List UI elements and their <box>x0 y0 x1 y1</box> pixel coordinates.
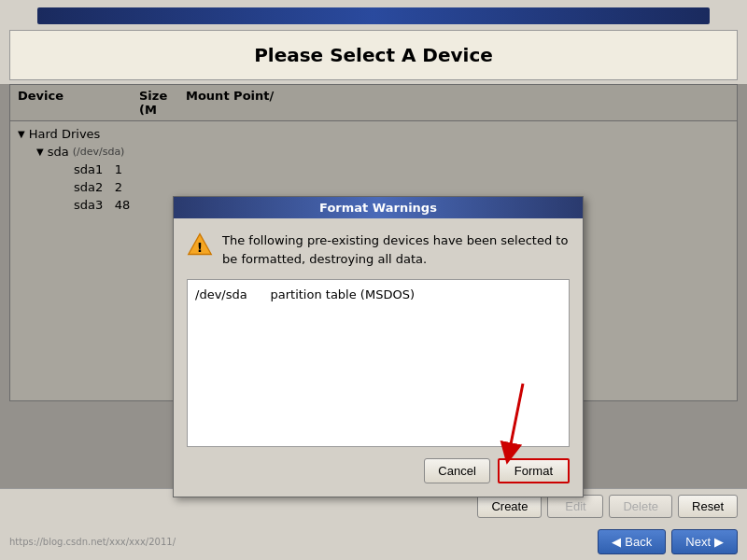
page-title: Please Select A Device <box>20 44 727 66</box>
top-progress-bar <box>37 7 710 24</box>
modal-titlebar: Format Warnings <box>174 197 583 218</box>
red-arrow <box>458 379 542 468</box>
next-label: Next <box>685 535 711 549</box>
edit-button[interactable]: Edit <box>547 495 603 518</box>
svg-text:!: ! <box>197 240 203 255</box>
back-label: Back <box>625 535 652 549</box>
create-button[interactable]: Create <box>477 495 542 518</box>
back-arrow-icon: ◀ <box>612 535 621 549</box>
warning-icon: ! <box>187 231 213 258</box>
list-item: /dev/sda partition table (MSDOS) <box>195 286 561 303</box>
warning-text: The following pre-existing devices have … <box>222 231 570 268</box>
list-description: partition table (MSDOS) <box>271 287 415 301</box>
warning-row: ! The following pre-existing devices hav… <box>187 231 570 268</box>
url-label: https://blog.csdn.net/xxx/xxx/2011/ <box>9 537 176 547</box>
reset-button[interactable]: Reset <box>678 495 738 518</box>
main-wrapper: Device Size(M Mount Point/ ▼ Hard Drives… <box>0 84 747 488</box>
nav-bar: https://blog.csdn.net/xxx/xxx/2011/ ◀ Ba… <box>0 524 747 560</box>
svg-line-3 <box>509 384 523 454</box>
next-arrow-icon: ▶ <box>714 535 724 549</box>
delete-button[interactable]: Delete <box>609 495 672 518</box>
modal-body: ! The following pre-existing devices hav… <box>174 218 583 497</box>
back-button[interactable]: ◀ Back <box>598 529 666 554</box>
content-wrapper: Please Select A Device Device Size(M Mou… <box>0 24 747 524</box>
list-device: /dev/sda <box>195 287 247 301</box>
next-button[interactable]: Next ▶ <box>671 529 738 554</box>
modal-buttons-wrapper: Cancel Format <box>187 458 570 487</box>
title-area: Please Select A Device <box>9 30 738 80</box>
format-warnings-dialog: Format Warnings ! The following pre-exis… <box>173 196 584 497</box>
app-window: Please Select A Device Device Size(M Mou… <box>0 0 747 560</box>
modal-overlay: Format Warnings ! The following pre-exis… <box>0 84 747 488</box>
